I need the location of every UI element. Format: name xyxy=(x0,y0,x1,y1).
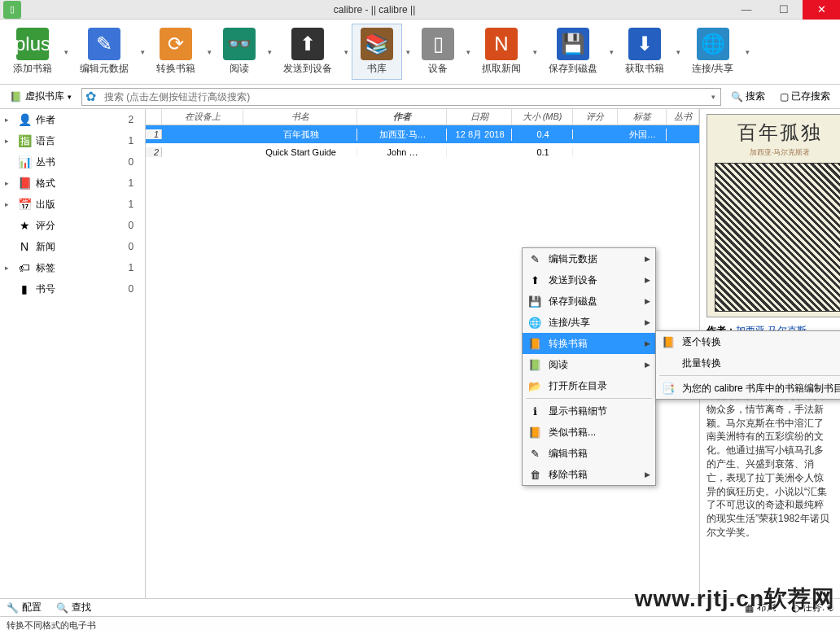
read-button[interactable]: 👓阅读 xyxy=(215,24,264,79)
news-icon: N xyxy=(16,240,33,253)
sidebar-item-identifiers[interactable]: ▮书号0 xyxy=(0,278,145,300)
col-rating[interactable]: 评分 xyxy=(573,109,618,125)
save-to-disk-button-icon: 💾 xyxy=(557,28,589,60)
expand-icon[interactable]: ▸ xyxy=(5,137,13,145)
menu-item-label: 批量转换 xyxy=(682,356,840,370)
ctx-read[interactable]: 📗阅读▶ xyxy=(523,354,655,375)
library-button-icon: 📚 xyxy=(361,28,393,60)
convert-book-button-icon: ⟳ xyxy=(160,28,192,60)
chevron-right-icon: ▶ xyxy=(645,361,650,369)
box-icon: ▢ xyxy=(780,91,789,103)
send-to-device-button-dropdown[interactable]: ▾ xyxy=(342,48,350,56)
sidebar-item-news[interactable]: N新闻0 xyxy=(0,236,145,257)
save-to-disk-button-dropdown[interactable]: ▾ xyxy=(607,48,615,56)
search-row: 📗 虚拟书库 ▾ ✿ ▾ 🔍 搜索 ▢ 已存搜索 xyxy=(0,85,840,109)
virtual-library-label: 虚拟书库 xyxy=(25,90,64,103)
convert-book-button[interactable]: ⟳转换书籍 xyxy=(148,24,203,79)
search-box[interactable]: ✿ ▾ xyxy=(81,88,721,106)
sidebar-item-authors[interactable]: ▸👤作者2 xyxy=(0,109,145,130)
get-books-button[interactable]: ⬇获取书籍 xyxy=(617,24,672,79)
save-to-disk-button[interactable]: 💾保存到磁盘 xyxy=(540,24,606,79)
search-button[interactable]: 🔍 搜索 xyxy=(726,90,770,103)
maximize-button[interactable]: ☐ xyxy=(765,0,803,20)
expand-icon[interactable]: ▸ xyxy=(5,200,13,208)
col-series[interactable]: 丛书 xyxy=(667,109,699,125)
device-button-dropdown[interactable]: ▾ xyxy=(464,48,472,56)
ctx-open-folder[interactable]: 📂打开所在目录 xyxy=(523,375,655,396)
col-date[interactable]: 日期 xyxy=(447,109,512,125)
chevron-down-icon[interactable]: ▾ xyxy=(707,93,720,101)
ctx-save-to-disk[interactable]: 💾保存到磁盘▶ xyxy=(523,291,655,312)
add-book-button-dropdown[interactable]: ▾ xyxy=(62,48,70,56)
convert-book-button-dropdown[interactable]: ▾ xyxy=(205,48,213,56)
cell-size: 0.1 xyxy=(512,147,573,157)
gear-icon[interactable]: ✿ xyxy=(82,89,99,104)
ctx-similar[interactable]: 📙类似书籍... xyxy=(523,422,655,443)
ctx-edit-book-icon: ✎ xyxy=(527,448,542,460)
status-bar: 转换不同格式的电子书 xyxy=(0,616,840,634)
sidebar-item-publishers[interactable]: ▸📅出版1 xyxy=(0,194,145,215)
library-button-dropdown[interactable]: ▾ xyxy=(404,48,412,56)
ctx-send-to-device[interactable]: ⬆发送到设备▶ xyxy=(523,269,655,291)
find-button[interactable]: 🔍查找 xyxy=(56,601,91,614)
expand-icon[interactable]: ▸ xyxy=(5,179,13,187)
config-button[interactable]: 🔧配置 xyxy=(7,601,42,614)
close-button[interactable]: ✕ xyxy=(803,0,840,20)
sidebar-item-tags[interactable]: ▸🏷标签1 xyxy=(0,257,145,278)
send-to-device-button[interactable]: ⬆发送到设备 xyxy=(275,24,340,79)
sub-convert-individually[interactable]: 📙逐个转换 xyxy=(656,331,840,352)
menu-item-label: 转换书籍 xyxy=(549,337,639,351)
col-tags[interactable]: 标签 xyxy=(618,109,667,125)
virtual-library-button[interactable]: 📗 虚拟书库 ▾ xyxy=(5,90,77,103)
read-button-dropdown[interactable]: ▾ xyxy=(265,48,273,56)
ctx-show-details[interactable]: ℹ显示书籍细节 xyxy=(523,400,655,422)
search-input[interactable] xyxy=(99,91,707,103)
fetch-news-button[interactable]: N抓取新闻 xyxy=(474,24,529,79)
col-size[interactable]: 大小 (MB) xyxy=(512,109,573,125)
sidebar-item-formats[interactable]: ▸📕格式1 xyxy=(0,173,145,194)
sidebar-item-series[interactable]: 📊丛书0 xyxy=(0,151,145,173)
get-books-button-icon: ⬇ xyxy=(628,28,661,60)
send-to-device-button-label: 发送到设备 xyxy=(283,62,332,76)
col-title[interactable]: 书名 xyxy=(243,109,357,125)
connect-share-button[interactable]: 🌐连接/共享 xyxy=(684,24,742,79)
device-button[interactable]: ▯设备 xyxy=(413,24,462,79)
connect-share-button-dropdown[interactable]: ▾ xyxy=(743,48,751,56)
expand-icon[interactable]: ▸ xyxy=(5,116,13,124)
title-bar: ▯ calibre - || calibre || — ☐ ✕ xyxy=(0,0,840,20)
get-books-button-dropdown[interactable]: ▾ xyxy=(674,48,682,56)
menu-item-label: 类似书籍... xyxy=(549,426,639,439)
expand-icon[interactable]: ▸ xyxy=(5,264,13,272)
menu-item-label: 显示书籍细节 xyxy=(549,404,639,418)
device-button-label: 设备 xyxy=(428,62,448,76)
col-on-device[interactable]: 在设备上 xyxy=(162,109,243,125)
window-title: calibre - || calibre || xyxy=(21,4,728,15)
edit-metadata-button[interactable]: ✎编辑元数据 xyxy=(72,24,137,79)
table-row[interactable]: 2 Quick Start Guide John … 0.1 xyxy=(146,143,699,161)
ctx-remove-book[interactable]: 🗑移除书籍▶ xyxy=(523,464,655,485)
col-author[interactable]: 作者 xyxy=(357,109,447,125)
edit-metadata-button-dropdown[interactable]: ▾ xyxy=(138,48,147,56)
book-cover[interactable]: 百年孤独 加西亚·马尔克斯著 xyxy=(707,114,840,317)
sidebar-item-languages[interactable]: ▸🈯语言1 xyxy=(0,130,145,151)
sub-convert-bulk[interactable]: 批量转换 xyxy=(656,352,840,374)
edit-metadata-button-icon: ✎ xyxy=(88,28,120,60)
menu-item-label: 打开所在目录 xyxy=(549,379,639,393)
ctx-convert-book[interactable]: 📙转换书籍▶ xyxy=(523,333,655,354)
main-toolbar: plus添加书籍▾✎编辑元数据▾⟳转换书籍▾👓阅读▾⬆发送到设备▾📚书库▾▯设备… xyxy=(0,20,840,85)
ctx-edit-metadata[interactable]: ✎编辑元数据▶ xyxy=(523,248,655,269)
library-button[interactable]: 📚书库 xyxy=(352,24,402,80)
publishers-icon: 📅 xyxy=(16,198,33,211)
sub-create-catalog[interactable]: 📑为您的 calibre 书库中的书籍编制书目 xyxy=(656,378,840,399)
col-number[interactable] xyxy=(146,109,162,125)
ctx-connect-share[interactable]: 🌐连接/共享▶ xyxy=(523,312,655,333)
ctx-edit-book[interactable]: ✎编辑书籍 xyxy=(523,443,655,464)
menu-separator xyxy=(526,398,652,399)
add-book-button[interactable]: plus添加书籍 xyxy=(5,24,60,79)
sidebar-item-rating[interactable]: ★评分0 xyxy=(0,215,145,236)
fetch-news-button-dropdown[interactable]: ▾ xyxy=(531,48,539,56)
edit-metadata-button-label: 编辑元数据 xyxy=(80,62,129,76)
table-row[interactable]: 1 百年孤独 加西亚·马… 12 8月 2018 0.4 外国… xyxy=(146,125,699,143)
minimize-button[interactable]: — xyxy=(728,0,765,20)
saved-search-button[interactable]: ▢ 已存搜索 xyxy=(775,90,835,103)
